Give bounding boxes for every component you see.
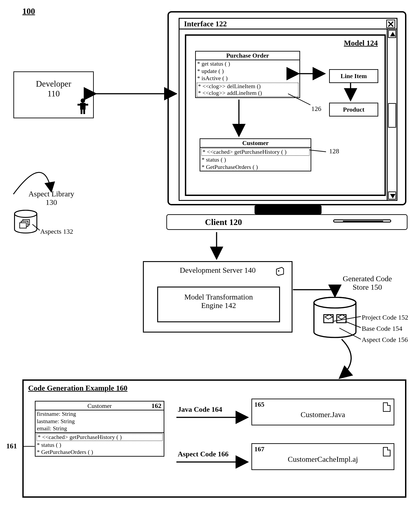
aspect-code-ex-ref: 166: [218, 450, 229, 458]
aspect-library-db-icon: [13, 210, 38, 234]
customer-162-box: Customer 162 firstname: String lastname:…: [35, 401, 164, 457]
aspects-line: Aspects 132: [40, 228, 73, 235]
po-aspect-0: * <<clog>> delLineItem (): [198, 83, 297, 90]
customer-162-aspect: * <<cached> getPurchaseHistory ( ): [36, 433, 163, 441]
base-code-line: Base Code 154: [362, 325, 402, 332]
interface-title-line: Interface 122: [184, 20, 227, 28]
ref-165: 165: [254, 401, 264, 408]
developer-ref: 110: [47, 89, 60, 98]
customer-162-title: Customer: [36, 402, 164, 410]
java-code-line: Java Code 164: [178, 405, 222, 413]
transformation-engine-box: Model Transformation Engine 142: [157, 287, 280, 322]
file-165-box: 165 Customer.Java: [251, 398, 394, 425]
line-item-title: Line Item: [340, 73, 367, 80]
diagram-canvas: 100 Developer 110 Client 120: [0, 0, 420, 516]
product-title: Product: [343, 106, 364, 113]
document-icon: [383, 402, 390, 412]
customer-class: Customer * <<cached> getPurchaseHistory …: [200, 138, 311, 171]
customer-title: Customer: [200, 139, 311, 148]
aspect-code-ref: 156: [398, 336, 408, 343]
customer-method-1: * GetPurchaseOrders ( ): [200, 164, 311, 171]
cd-slot-icon: [333, 219, 391, 222]
svg-marker-8: [390, 32, 395, 36]
project-code-line: Project Code 152: [362, 314, 408, 321]
interface-titlebar: Interface 122: [180, 19, 397, 29]
model-box: Model 124 Purchase Order * get status ( …: [185, 34, 386, 196]
engine-label1: Model Transformation: [184, 293, 253, 301]
client-ref: 120: [229, 217, 242, 227]
customer-162-method-1: * GetPurchaseOrders ( ): [36, 449, 164, 456]
project-code-label: Project Code: [362, 314, 397, 321]
svg-rect-14: [20, 223, 26, 228]
purchase-order-class: Purchase Order * get status ( ) * update…: [195, 51, 300, 98]
po-method-1: * update ( ): [196, 68, 300, 75]
po-aspect-1: * <<clog>> addLineItem (): [198, 90, 297, 96]
ref-126: 126: [311, 105, 321, 112]
figure-ref: 100: [22, 6, 35, 16]
ref-161: 161: [6, 442, 17, 450]
aspect-code-line: Aspect Code 156: [362, 336, 408, 344]
dev-server-title-line: Development Server 140: [144, 266, 292, 274]
developer-box: Developer 110: [13, 71, 94, 118]
model-title-line: Model 124: [344, 39, 378, 47]
attr-2: email: String: [36, 425, 164, 433]
file-167-box: 167 CustomerCacheImpl.aj: [251, 443, 394, 470]
scroll-thumb[interactable]: [388, 103, 396, 128]
svg-rect-4: [81, 110, 82, 114]
engine-ref: 142: [225, 301, 236, 310]
dev-server-label: Development Server: [180, 266, 242, 274]
model-ref: 124: [367, 39, 378, 47]
store-label2: Store: [352, 283, 369, 291]
store-label-line: Generated Code Store 150: [329, 274, 405, 291]
ref-167: 167: [254, 445, 264, 453]
svg-rect-2: [77, 104, 80, 106]
close-icon[interactable]: [386, 20, 395, 28]
po-method-2: * isActive ( ): [196, 75, 300, 82]
store-label1: Generated Code: [343, 274, 392, 283]
scroll-down-icon[interactable]: [388, 192, 396, 199]
dev-server-box: Development Server 140 Model Transformat…: [143, 261, 292, 332]
product-box: Product: [329, 103, 378, 117]
base-code-label: Base Code: [362, 325, 390, 332]
svg-rect-1: [80, 103, 85, 110]
aspect-library-ref: 130: [46, 198, 57, 206]
aspect-code-ex-line: Aspect Code 166: [178, 450, 229, 458]
ref-128: 128: [329, 147, 339, 155]
engine-line: Model Transformation Engine 142: [158, 293, 279, 310]
po-method-0: * get status ( ): [196, 60, 300, 68]
scroll-up-icon[interactable]: [388, 30, 396, 38]
aspects-ref: 132: [63, 228, 73, 235]
ref-162: 162: [151, 402, 161, 410]
purchase-order-title: Purchase Order: [196, 52, 300, 60]
svg-rect-5: [83, 110, 85, 114]
po-aspect-methods: * <<clog>> delLineItem () * <<clog>> add…: [197, 83, 299, 97]
engine-label2: Engine: [201, 301, 223, 310]
project-code-ref: 152: [398, 314, 408, 321]
line-item-box: Line Item: [329, 69, 378, 83]
aspect-library-label-line: Aspect Library 130: [18, 190, 85, 207]
customer-method-0: * status ( ): [200, 156, 311, 164]
attr-1: lastname: String: [36, 418, 164, 425]
client-label: Client: [205, 217, 227, 227]
example-box: Code Generation Example 160 Customer 162…: [22, 379, 406, 498]
attr-0: firstname: String: [36, 410, 164, 418]
person-icon: [77, 98, 89, 115]
svg-rect-3: [85, 104, 88, 106]
java-code-label: Java Code: [178, 405, 210, 413]
file-167-name: CustomerCacheImpl.aj: [252, 455, 394, 464]
svg-point-15: [278, 270, 279, 272]
base-code-ref: 154: [392, 325, 402, 332]
server-icon: [275, 266, 285, 276]
client-label-line: Client 120: [205, 217, 242, 227]
interface-label: Interface: [184, 20, 213, 28]
aspect-code-label: Aspect Code: [362, 336, 396, 343]
scrollbar[interactable]: [387, 29, 397, 200]
aspects-label: Aspects: [40, 228, 61, 235]
document-icon: [383, 447, 390, 457]
svg-marker-9: [390, 194, 395, 199]
aspect-code-ex-label: Aspect Code: [178, 450, 216, 458]
client-base: Client 120: [166, 214, 407, 230]
aspect-library-label: Aspect Library: [29, 190, 74, 198]
customer-162-method-0: * status ( ): [36, 442, 164, 449]
dev-server-ref: 140: [244, 266, 256, 274]
